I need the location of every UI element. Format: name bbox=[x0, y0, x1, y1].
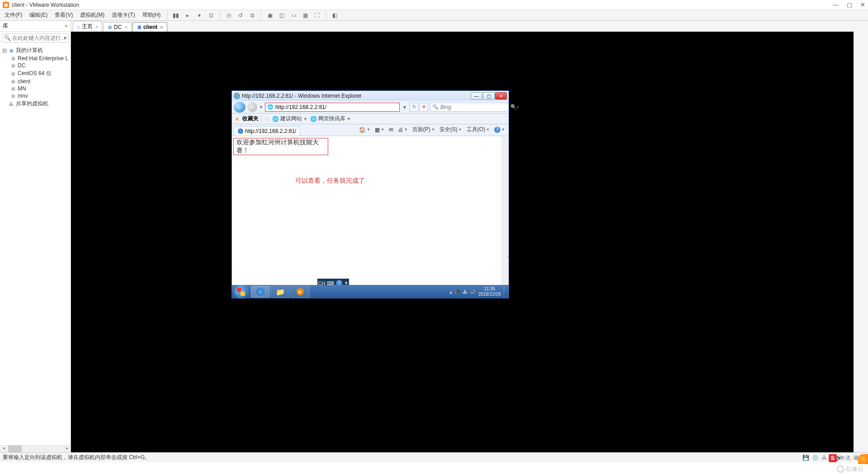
console-view-icon[interactable]: ▭ bbox=[289, 11, 297, 19]
fav-suggested[interactable]: 🌐建议网站▼ bbox=[272, 115, 307, 123]
tray-clock[interactable]: 11:35 2018/12/26 bbox=[478, 286, 501, 297]
search-go-icon[interactable]: 🔍 bbox=[510, 104, 517, 110]
fullscreen-icon[interactable]: ▣ bbox=[266, 11, 274, 19]
ie-scrollbar[interactable] bbox=[501, 136, 509, 289]
pause-icon[interactable]: ▮▮ bbox=[172, 11, 180, 19]
address-bar[interactable]: 🌐 bbox=[265, 103, 400, 112]
tab-client[interactable]: 🖥client× bbox=[132, 22, 167, 32]
ie-title-text: http://192.168.2.2:81/ - Windows Interne… bbox=[242, 93, 362, 99]
tab-dc[interactable]: 🖥DC× bbox=[103, 22, 132, 32]
home-icon[interactable]: 🏠▼ bbox=[357, 126, 372, 134]
tree-shared-vms[interactable]: 🖧 共享的虚拟机 bbox=[1, 100, 70, 108]
vmware-body: 库 × 🔍 ▾ ⊟ 🖥 我的计算机 🖥Red Hat Enterprise L … bbox=[0, 21, 868, 452]
tree-label: client bbox=[18, 78, 30, 85]
library-toggle-icon[interactable]: ◧ bbox=[330, 11, 339, 19]
tree-item-redhat[interactable]: 🖥Red Hat Enterprise L bbox=[1, 55, 70, 62]
start-orb-icon bbox=[235, 286, 247, 298]
tab-close-icon[interactable]: × bbox=[160, 24, 163, 30]
resize-handle-icon[interactable]: ↔ bbox=[507, 254, 509, 259]
page-welcome-text: 欢迎参加红河州计算机技能大赛！ bbox=[233, 138, 328, 155]
ime-punct-icon[interactable]: °, bbox=[848, 455, 851, 461]
favorites-star-icon[interactable]: ★ bbox=[235, 116, 240, 122]
tree-my-computer[interactable]: ⊟ 🖥 我的计算机 bbox=[1, 46, 70, 55]
power-dropdown-icon[interactable]: ▾ bbox=[195, 11, 203, 19]
library-search-input[interactable] bbox=[12, 35, 64, 41]
thumbnail-icon[interactable]: ▦ bbox=[301, 11, 309, 19]
maximize-button[interactable]: ▢ bbox=[847, 1, 852, 8]
tools-menu[interactable]: 工具(O)▼ bbox=[465, 125, 491, 134]
ie-titlebar[interactable]: http://192.168.2.2:81/ - Windows Interne… bbox=[232, 91, 509, 101]
tab-home[interactable]: ⌂主页× bbox=[73, 21, 102, 32]
taskbar-explorer[interactable]: 📁 bbox=[271, 286, 290, 298]
safety-menu[interactable]: 安全(S)▼ bbox=[438, 125, 464, 134]
hdd-icon[interactable]: 💾 bbox=[802, 455, 809, 461]
collapse-icon[interactable]: ⊟ bbox=[2, 47, 7, 54]
stretch-icon[interactable]: ⛶ bbox=[313, 11, 321, 19]
show-desktop[interactable] bbox=[504, 286, 507, 298]
start-button[interactable] bbox=[231, 285, 250, 299]
print-icon[interactable]: 🖨▼ bbox=[396, 126, 410, 134]
volume-icon[interactable]: 🔊 bbox=[470, 289, 476, 294]
send-cad-icon[interactable]: ⊡ bbox=[207, 11, 215, 19]
snapshot-manager-icon[interactable]: ⧉ bbox=[248, 11, 256, 19]
back-button[interactable]: ← bbox=[234, 102, 245, 113]
ie-tab[interactable]: http://192.168.2.2:81/ bbox=[234, 126, 300, 136]
feeds-icon[interactable]: ▦▼ bbox=[373, 126, 386, 134]
fav-webslice[interactable]: 🌐网页快讯库▼ bbox=[310, 115, 351, 123]
address-dropdown-icon[interactable]: ▾ bbox=[401, 104, 408, 110]
menu-file[interactable]: 文件(F) bbox=[3, 10, 24, 20]
vm-display[interactable]: http://192.168.2.2:81/ - Windows Interne… bbox=[71, 32, 868, 452]
ie-close-button[interactable]: ✕ bbox=[495, 92, 507, 100]
host-ime-bar: S 中 °, ⚙ bbox=[829, 454, 859, 462]
menu-tabs[interactable]: 选项卡(T) bbox=[110, 10, 137, 20]
menu-vm[interactable]: 虚拟机(M) bbox=[78, 10, 106, 20]
menu-view[interactable]: 查看(V) bbox=[53, 10, 75, 20]
scroll-right-icon[interactable]: ▸ bbox=[63, 446, 71, 452]
snapshot-revert-icon[interactable]: ↺ bbox=[236, 11, 245, 19]
sogou-ime-icon[interactable]: S bbox=[829, 454, 837, 462]
taskbar-ie[interactable] bbox=[251, 286, 270, 298]
library-search[interactable]: 🔍 ▾ bbox=[2, 33, 69, 43]
search-bar[interactable]: 🔍 🔍 ▾ bbox=[430, 103, 507, 112]
tab-close-icon[interactable]: × bbox=[124, 24, 127, 30]
stop-icon[interactable]: ✕ bbox=[419, 103, 428, 112]
tab-close-icon[interactable]: × bbox=[95, 24, 98, 29]
cd-icon[interactable]: 💿 bbox=[812, 455, 819, 461]
minimize-button[interactable]: — bbox=[833, 1, 839, 8]
tree-item-client[interactable]: 🖥client bbox=[1, 78, 70, 85]
tree-item-dc[interactable]: 🖥DC bbox=[1, 62, 70, 69]
tree-item-centos[interactable]: 🖥CentOS 64 位 bbox=[1, 69, 70, 78]
search-dropdown-icon[interactable]: ▾ bbox=[64, 35, 66, 41]
ie-minimize-button[interactable]: — bbox=[471, 92, 482, 100]
play-icon[interactable]: ▸ bbox=[184, 11, 192, 19]
tray-expand-icon[interactable]: ▴ bbox=[450, 289, 452, 294]
taskbar-wmp[interactable]: ▶ bbox=[291, 286, 310, 298]
menu-edit[interactable]: 编辑(E) bbox=[28, 10, 49, 20]
unity-icon[interactable]: ◫ bbox=[278, 11, 286, 19]
tree-item-mn[interactable]: 🖥MN bbox=[1, 85, 70, 92]
network-icon[interactable]: 🖧 bbox=[463, 289, 467, 294]
ime-lang[interactable]: 中 bbox=[840, 455, 845, 462]
refresh-icon[interactable]: ↻ bbox=[410, 103, 419, 112]
read-mail-icon[interactable]: ✉ bbox=[387, 126, 395, 134]
page-menu[interactable]: 页面(P)▼ bbox=[410, 125, 437, 134]
favorites-label[interactable]: 收藏夹 bbox=[242, 115, 259, 123]
close-button[interactable]: ✕ bbox=[860, 1, 865, 8]
ie-maximize-button[interactable]: ▢ bbox=[483, 92, 495, 100]
library-close-icon[interactable]: × bbox=[65, 23, 68, 29]
action-center-icon[interactable]: 🏴 bbox=[455, 289, 460, 294]
search-dropdown-icon[interactable]: ▾ bbox=[517, 105, 519, 109]
nav-dropdown-icon[interactable]: ▼ bbox=[259, 105, 263, 109]
help-icon[interactable]: ?▼ bbox=[492, 126, 507, 134]
fav-add-icon[interactable]: ☆ bbox=[264, 116, 269, 122]
menu-help[interactable]: 帮助(H) bbox=[141, 10, 163, 20]
scroll-thumb[interactable] bbox=[8, 446, 22, 452]
address-input[interactable] bbox=[275, 104, 397, 110]
scroll-left-icon[interactable]: ◂ bbox=[0, 446, 7, 452]
sidebar-scrollbar[interactable]: ◂ ▸ bbox=[0, 445, 71, 452]
search-input[interactable] bbox=[440, 104, 509, 110]
network-icon[interactable]: 🖧 bbox=[821, 455, 827, 461]
forward-button[interactable]: → bbox=[247, 102, 257, 112]
snapshot-icon[interactable]: ◷ bbox=[225, 11, 233, 19]
tree-item-mnv[interactable]: 🖥mnv bbox=[1, 92, 70, 100]
